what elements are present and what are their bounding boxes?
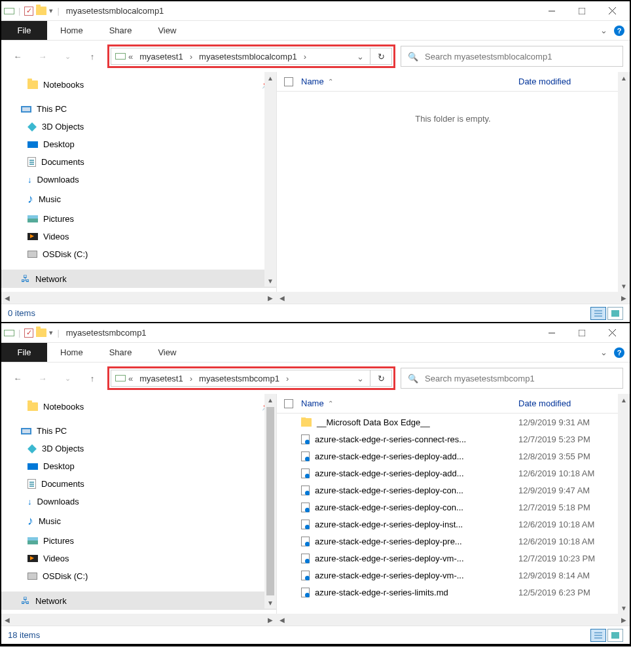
nav-item[interactable]: 3D Objects [1,440,276,457]
breadcrumb-item[interactable]: myasetest1 [135,374,187,383]
maximize-button[interactable] [567,323,597,343]
overflow-icon[interactable]: « [128,374,133,383]
breadcrumb[interactable]: « myasetest1 › myasetestsmbcomp1 › [111,370,350,387]
expand-ribbon-icon[interactable]: ⌄ [600,347,607,357]
nav-item[interactable]: Pictures [1,532,276,550]
scrollbar-horizontal[interactable]: ◀ ▶ [1,614,276,626]
scrollbar-horizontal[interactable]: ◀ ▶ [276,614,630,626]
search-box[interactable]: 🔍 [401,368,623,389]
search-input[interactable] [425,374,616,383]
scroll-left-icon[interactable]: ◀ [1,294,13,302]
help-icon[interactable]: ? [614,26,624,36]
address-dropdown[interactable]: ⌄ [350,48,370,65]
scroll-right-icon[interactable]: ▶ [618,294,630,302]
icons-view-button[interactable] [607,629,623,642]
column-date[interactable]: Date modified [518,77,630,86]
scroll-left-icon[interactable]: ◀ [1,616,13,624]
overflow-icon[interactable]: « [128,52,133,62]
nav-item[interactable]: OSDisk (C:) [1,567,276,585]
scroll-right-icon[interactable]: ▶ [618,616,630,624]
breadcrumb-item[interactable]: myasetest1 [135,52,187,62]
table-row[interactable]: azure-stack-edge-r-series-deploy-pre... … [276,533,630,550]
minimize-button[interactable] [537,1,567,21]
nav-item[interactable]: Notebooks 📌 [1,76,276,94]
nav-item[interactable]: Desktop [1,457,276,475]
scrollbar-vertical[interactable]: ▲ ▼ [264,394,276,609]
chevron-down-icon[interactable]: ▾ [49,7,53,15]
scroll-up-icon[interactable]: ▲ [618,394,630,406]
ribbon-tab[interactable]: Share [96,343,145,362]
up-button[interactable]: ↑ [82,368,102,388]
ribbon-tab[interactable]: View [145,21,189,40]
column-name[interactable]: Name⌃ [301,77,518,86]
column-name[interactable]: Name⌃ [301,398,518,408]
select-all-checkbox[interactable] [284,399,293,408]
search-box[interactable]: 🔍 [401,46,623,67]
column-date[interactable]: Date modified [518,398,630,408]
ribbon-tab[interactable]: Home [47,343,96,362]
scroll-right-icon[interactable]: ▶ [264,294,276,302]
scroll-down-icon[interactable]: ▼ [618,602,630,614]
forward-button[interactable]: → [33,46,52,66]
chevron-down-icon[interactable]: ▾ [49,328,53,337]
back-button[interactable]: ← [8,368,27,388]
scrollbar-vertical[interactable]: ▲ ▼ [618,72,630,292]
ribbon-tab[interactable]: View [145,343,189,362]
table-row[interactable]: azure-stack-edge-r-series-deploy-vm-... … [276,550,630,567]
scroll-right-icon[interactable]: ▶ [264,616,276,624]
table-row[interactable]: azure-stack-edge-r-series-connect-res...… [276,431,630,448]
maximize-button[interactable] [567,1,597,21]
address-dropdown[interactable]: ⌄ [350,370,370,387]
nav-item[interactable]: ♪ Music [1,510,276,532]
scroll-down-icon[interactable]: ▼ [264,275,276,287]
breadcrumb-item[interactable]: myasetestsmblocalcomp1 [195,52,301,62]
nav-item[interactable]: OSDisk (C:) [1,245,276,263]
refresh-button[interactable]: ↻ [370,48,392,65]
nav-item[interactable]: This PC [1,100,276,118]
nav-item[interactable]: Desktop [1,135,276,153]
nav-item[interactable]: 🖧 Network [1,592,276,610]
table-row[interactable]: __Microsoft Data Box Edge__ 12/9/2019 9:… [276,414,630,431]
nav-item[interactable]: 3D Objects [1,118,276,135]
nav-item[interactable]: Documents [1,153,276,171]
recent-locations-button[interactable]: ⌄ [58,46,77,66]
nav-item[interactable]: Pictures [1,210,276,228]
table-row[interactable]: azure-stack-edge-r-series-deploy-inst...… [276,516,630,533]
table-row[interactable]: azure-stack-edge-r-series-deploy-add... … [276,465,630,482]
table-row[interactable]: azure-stack-edge-r-series-deploy-add... … [276,448,630,465]
search-input[interactable] [425,52,616,62]
nav-item[interactable]: 🖧 Network [1,270,276,288]
forward-button[interactable]: → [33,368,52,388]
scrollbar-vertical[interactable]: ▲ ▼ [264,72,276,287]
ribbon-tab[interactable]: Home [47,21,96,40]
icons-view-button[interactable] [607,307,623,320]
up-button[interactable]: ↑ [82,46,102,66]
scroll-up-icon[interactable]: ▲ [618,72,630,84]
table-row[interactable]: azure-stack-edge-r-series-limits.md 12/5… [276,584,630,601]
nav-item[interactable]: Notebooks 📌 [1,398,276,416]
scroll-up-icon[interactable]: ▲ [264,72,276,84]
details-view-button[interactable] [590,307,606,320]
scrollbar-vertical[interactable]: ▲ ▼ [618,394,630,614]
nav-item[interactable]: ↓ Downloads [1,171,276,188]
close-button[interactable] [597,323,627,343]
table-row[interactable]: azure-stack-edge-r-series-deploy-con... … [276,482,630,499]
scrollbar-horizontal[interactable]: ◀ ▶ [276,292,630,304]
close-button[interactable] [597,1,627,21]
nav-item[interactable]: Videos [1,228,276,245]
file-menu[interactable]: File [1,343,47,362]
ribbon-tab[interactable]: Share [96,21,145,40]
scroll-up-icon[interactable]: ▲ [264,394,276,406]
nav-item[interactable]: ♪ Music [1,188,276,210]
help-icon[interactable]: ? [614,347,624,358]
scroll-down-icon[interactable]: ▼ [264,597,276,609]
file-menu[interactable]: File [1,21,47,40]
minimize-button[interactable] [537,323,567,343]
breadcrumb-item[interactable]: myasetestsmbcomp1 [195,374,283,383]
expand-ribbon-icon[interactable]: ⌄ [600,26,607,35]
select-all-checkbox[interactable] [284,77,293,86]
refresh-button[interactable]: ↻ [370,370,392,387]
scroll-left-icon[interactable]: ◀ [276,294,288,302]
nav-item[interactable]: Videos [1,550,276,567]
recent-locations-button[interactable]: ⌄ [58,368,77,388]
